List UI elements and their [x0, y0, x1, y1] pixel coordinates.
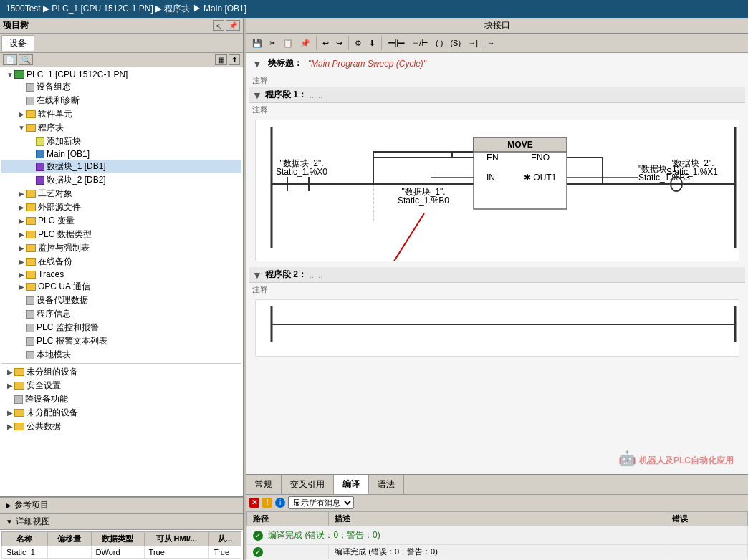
- tree-label-traces: Traces: [38, 269, 64, 279]
- icon-device-proxy: [26, 296, 34, 305]
- tree-label-security: 安全设置: [27, 380, 61, 392]
- icon-prog-info: [26, 310, 34, 319]
- tree-item-opcua[interactable]: ▶ OPC UA 通信: [1, 280, 241, 294]
- reference-project-label: 参考项目: [14, 499, 49, 511]
- tree-label-plc-alarm-text: PLC 报警文本列表: [37, 335, 107, 347]
- detail-view-content: 名称 偏移量 数据类型 可从 HMI/... 从... Static_1: [0, 530, 243, 560]
- tree-item-external-src[interactable]: ▶ 外部源文件: [1, 201, 241, 214]
- watermark-text: 机器人及PLC自动化应用: [639, 455, 734, 465]
- tree-label-db2: 数据块_2 [DB2]: [47, 174, 106, 186]
- tree-item-plc1[interactable]: ▼ PLC_1 [CPU 1512C-1 PN]: [1, 69, 241, 80]
- icon-monitoring-folder: [26, 244, 36, 252]
- prog-annotation-2: 注释: [249, 283, 745, 296]
- tree-container[interactable]: ▼ PLC_1 [CPU 1512C-1 PN] 设备组态 在线和诊断: [0, 67, 243, 496]
- tree-item-plc-vars[interactable]: ▶ PLC 变量: [1, 214, 241, 228]
- title-bar: 1500Test ▶ PLC_1 [CPU 1512C-1 PN] ▶ 程序块 …: [0, 0, 748, 18]
- bottom-left-panels: ▶ 参考项目 ▼ 详细视图 名称 偏移量 数据类型: [0, 496, 243, 560]
- toolbar-grid[interactable]: ▦: [215, 54, 227, 65]
- block-annotation: 注释: [249, 74, 745, 87]
- tab-general[interactable]: 常规: [246, 475, 282, 494]
- tree-item-local-module[interactable]: 本地模块: [1, 348, 241, 362]
- tb-coil[interactable]: ( ): [433, 37, 446, 49]
- tree-label-ungroup-dev: 未分组的设备: [27, 366, 78, 378]
- tree-item-plc-alarm-text[interactable]: PLC 报警文本列表: [1, 334, 241, 348]
- tree-item-ungroup-dev[interactable]: ▶ 未分组的设备: [1, 365, 241, 379]
- icon-ungroup-folder: [14, 368, 24, 376]
- detail-col-from: 从...: [208, 532, 241, 546]
- tree-item-unassigned-dev[interactable]: ▶ 未分配的设备: [1, 406, 241, 420]
- icon-online-diag: [26, 97, 34, 105]
- breadcrumb: 1500Test ▶ PLC_1 [CPU 1512C-1 PN] ▶ 程序块 …: [6, 3, 246, 15]
- program-section-1: ▼ 程序段 1： ...... 注释: [249, 87, 745, 261]
- reference-project-panel[interactable]: ▶ 参考项目: [0, 497, 243, 513]
- th-desc: 描述: [329, 512, 666, 526]
- tb-open-branch[interactable]: →|: [465, 37, 481, 49]
- tb-redo[interactable]: ↪: [333, 37, 345, 50]
- tb-copy[interactable]: 📋: [280, 37, 296, 50]
- tree-item-online-diag[interactable]: 在线和诊断: [1, 94, 241, 107]
- filter-select[interactable]: 显示所有消息: [288, 496, 354, 509]
- left-panel-pin-btn[interactable]: 📌: [226, 20, 240, 31]
- tb-close-branch[interactable]: |→: [482, 37, 498, 49]
- icon-unassigned-folder: [14, 409, 24, 417]
- tb-compile[interactable]: ⚙: [352, 37, 365, 50]
- tb-contact-nc[interactable]: ⊣/⊢: [409, 37, 431, 50]
- tb-separator-1: [316, 36, 317, 50]
- tb-paste[interactable]: 📌: [297, 37, 313, 50]
- detail-view-panel[interactable]: ▼ 详细视图: [0, 513, 243, 530]
- block-title-value: "Main Program Sweep (Cycle)": [308, 59, 426, 69]
- tree-item-db2[interactable]: 数据块_2 [DB2]: [1, 173, 241, 187]
- tab-crossref[interactable]: 交叉引用: [282, 475, 334, 494]
- move-eno: ENO: [531, 153, 550, 163]
- tree-item-add-block[interactable]: 添加新块: [1, 135, 241, 148]
- tree-item-traces[interactable]: ▶ Traces: [1, 269, 241, 280]
- toolbar-search[interactable]: 🔍: [19, 54, 33, 65]
- tree-item-tech-objects[interactable]: ▶ 工艺对象: [1, 187, 241, 201]
- editor-area[interactable]: ▼ 块标题： "Main Program Sweep (Cycle)" 注释 ▼…: [246, 53, 748, 474]
- tb-cut[interactable]: ✂: [267, 37, 279, 50]
- tb-save[interactable]: 💾: [249, 37, 265, 50]
- icon-tech-folder: [26, 190, 36, 198]
- tree-item-prog-info[interactable]: 程序信息: [1, 307, 241, 321]
- tree-item-main-ob1[interactable]: Main [OB1]: [1, 148, 241, 160]
- tree-item-online-backup[interactable]: ▶ 在线备份: [1, 255, 241, 269]
- toolbar-arrow-up[interactable]: ⬆: [229, 54, 240, 65]
- tree-item-prog-blocks[interactable]: ▼ 程序块: [1, 121, 241, 135]
- status-ok-icon-2: ✓: [253, 547, 263, 557]
- tree-item-shared-data[interactable]: ▶ 公共数据: [1, 420, 241, 433]
- tb-undo[interactable]: ↩: [320, 37, 332, 50]
- device-tab[interactable]: 设备: [1, 35, 34, 51]
- block-title-label: 块标题：: [268, 57, 302, 69]
- tree-item-software[interactable]: ▶ 软件单元: [1, 107, 241, 121]
- tree-item-plc-alarm[interactable]: PLC 监控和报警: [1, 321, 241, 334]
- tb-coil-set[interactable]: (S): [447, 37, 464, 49]
- tb-contact-no[interactable]: ⊣⊢: [385, 35, 408, 51]
- tb-download[interactable]: ⬇: [366, 37, 378, 50]
- tree-arrow-plc1: ▼: [6, 71, 14, 79]
- program-header-1: ▼ 程序段 1： ......: [249, 87, 745, 103]
- toolbar-new[interactable]: 📄: [3, 54, 17, 65]
- prog-label-1: 程序段 1：: [265, 89, 307, 101]
- tree-item-db1[interactable]: 数据块_1 [DB1]: [1, 160, 241, 173]
- tree-label-local-module: 本地模块: [37, 349, 71, 361]
- tab-compile[interactable]: 编译: [334, 475, 369, 494]
- tree-item-cross-device[interactable]: 跨设备功能: [1, 392, 241, 406]
- compile-status-row: ✓ 编译完成 (错误：0；警告：0): [247, 526, 748, 545]
- tree-item-security[interactable]: ▶ 安全设置: [1, 379, 241, 392]
- tree-item-plc-types[interactable]: ▶ PLC 数据类型: [1, 228, 241, 241]
- tree-label-main-ob1: Main [OB1]: [47, 149, 90, 159]
- tree-item-device-config[interactable]: 设备组态: [1, 80, 241, 94]
- tree-label-tech-objects: 工艺对象: [38, 188, 72, 200]
- tab-syntax[interactable]: 语法: [369, 475, 404, 494]
- tree-label-shared-data: 公共数据: [27, 420, 61, 433]
- error-icon: ✕: [249, 498, 259, 508]
- tree-item-monitoring[interactable]: ▶ 监控与强制表: [1, 241, 241, 255]
- tree-item-device-proxy[interactable]: 设备代理数据: [1, 294, 241, 307]
- tree-label-monitoring: 监控与强制表: [38, 242, 90, 254]
- detail-col-type: 数据类型: [91, 532, 144, 546]
- icon-device-config: [26, 83, 34, 92]
- left-toolbar: 📄 🔍 ▦ ⬆: [0, 53, 243, 67]
- left-panel-dock-btn[interactable]: ◁: [213, 20, 224, 31]
- ladder-section-2: [255, 299, 739, 357]
- program-section-2: ▼ 程序段 2： ...... 注释: [249, 267, 745, 357]
